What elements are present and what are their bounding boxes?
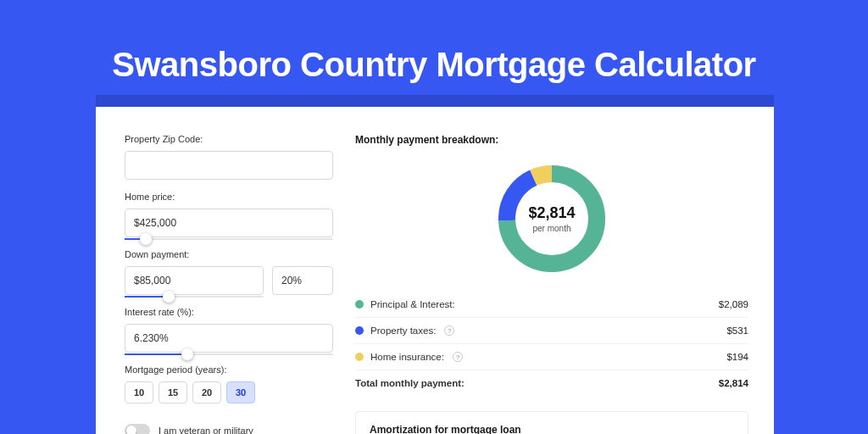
- down-payment-label: Down payment:: [125, 249, 333, 259]
- interest-rate-label: Interest rate (%):: [125, 307, 333, 317]
- home-price-slider[interactable]: [125, 238, 333, 240]
- legend: Principal & Interest: $2,089 Property ta…: [355, 292, 748, 396]
- home-price-label: Home price:: [125, 192, 333, 202]
- breakdown-title: Monthly payment breakdown:: [355, 134, 748, 146]
- banner-strip: [96, 95, 774, 107]
- swatch-yellow-icon: [355, 353, 364, 361]
- home-price-input[interactable]: [125, 209, 333, 237]
- page-title: Swansboro Country Mortgage Calculator: [0, 0, 868, 84]
- donut-center-sublabel: per month: [532, 224, 570, 233]
- down-payment-pct-input[interactable]: [272, 266, 333, 295]
- payment-donut-chart: $2,814 per month: [492, 159, 611, 278]
- legend-tax-value: $531: [726, 326, 748, 336]
- legend-row-pi: Principal & Interest: $2,089: [355, 292, 748, 318]
- veteran-toggle-knob: [126, 426, 136, 434]
- calculator-card: Property Zip Code: Home price: Down paym…: [96, 107, 774, 434]
- zip-label: Property Zip Code:: [125, 134, 333, 144]
- legend-row-tax: Property taxes: ? $531: [355, 318, 748, 344]
- interest-rate-slider-fill: [125, 353, 187, 355]
- mortgage-period-label: Mortgage period (years):: [125, 364, 333, 375]
- amortization-card: Amortization for mortgage loan Amortizat…: [355, 411, 748, 434]
- legend-ins-label: Home insurance:: [370, 352, 444, 362]
- legend-pi-label: Principal & Interest:: [370, 299, 455, 309]
- donut-center-amount: $2,814: [528, 204, 575, 222]
- legend-row-ins: Home insurance: ? $194: [355, 344, 748, 370]
- period-option-30[interactable]: 30: [226, 381, 255, 403]
- period-option-20[interactable]: 20: [192, 381, 221, 403]
- info-icon[interactable]: ?: [453, 352, 463, 362]
- legend-total-label: Total monthly payment:: [355, 378, 465, 388]
- zip-input[interactable]: [125, 151, 333, 180]
- veteran-label: I am veteran or military: [159, 426, 253, 434]
- period-option-15[interactable]: 15: [159, 381, 187, 403]
- down-payment-slider[interactable]: [125, 296, 264, 298]
- form-column: Property Zip Code: Home price: Down paym…: [125, 129, 333, 434]
- amortization-title: Amortization for mortgage loan: [370, 424, 734, 434]
- down-payment-slider-handle[interactable]: [163, 291, 175, 303]
- info-icon[interactable]: ?: [444, 326, 454, 336]
- legend-ins-value: $194: [726, 352, 748, 362]
- interest-rate-slider[interactable]: [125, 353, 333, 355]
- mortgage-period-group: 10 15 20 30: [125, 381, 333, 403]
- interest-rate-input[interactable]: [125, 324, 333, 353]
- swatch-green-icon: [355, 300, 364, 309]
- down-payment-input[interactable]: [125, 266, 264, 295]
- legend-row-total: Total monthly payment: $2,814: [355, 370, 748, 396]
- legend-tax-label: Property taxes:: [370, 326, 436, 336]
- swatch-blue-icon: [355, 326, 364, 335]
- breakdown-column: Monthly payment breakdown: $2,814 per mo…: [355, 129, 748, 434]
- home-price-slider-handle[interactable]: [140, 233, 152, 245]
- legend-pi-value: $2,089: [719, 299, 748, 309]
- period-option-10[interactable]: 10: [125, 381, 153, 403]
- legend-total-value: $2,814: [719, 378, 748, 388]
- veteran-toggle[interactable]: [125, 424, 150, 434]
- interest-rate-slider-handle[interactable]: [181, 348, 193, 360]
